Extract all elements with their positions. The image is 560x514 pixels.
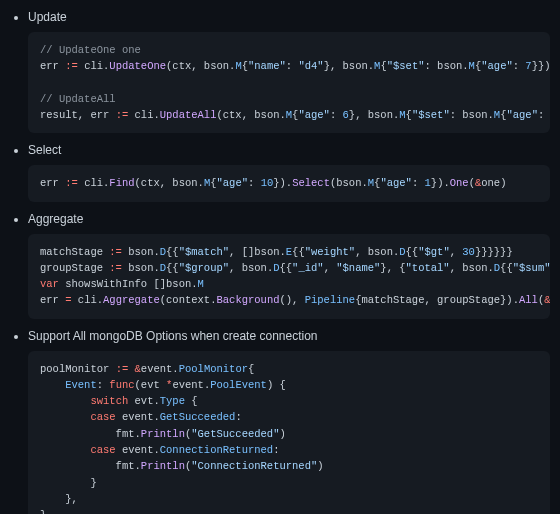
section-aggregate: Aggregate matchStage := bson.D{{"$match"…: [28, 212, 550, 319]
section-title-select: Select: [28, 143, 550, 157]
code-select: err := cli.Find(ctx, bson.M{"age": 10}).…: [28, 165, 550, 201]
section-list: Update // UpdateOne one err := cli.Updat…: [10, 10, 550, 514]
code-aggregate: matchStage := bson.D{{"$match", []bson.E…: [28, 234, 550, 319]
section-title-options: Support All mongoDB Options when create …: [28, 329, 550, 343]
code-options: poolMonitor := &event.PoolMonitor{ Event…: [28, 351, 550, 514]
section-title-aggregate: Aggregate: [28, 212, 550, 226]
section-title-update: Update: [28, 10, 550, 24]
section-options: Support All mongoDB Options when create …: [28, 329, 550, 514]
section-select: Select err := cli.Find(ctx, bson.M{"age"…: [28, 143, 550, 201]
code-update: // UpdateOne one err := cli.UpdateOne(ct…: [28, 32, 550, 133]
section-update: Update // UpdateOne one err := cli.Updat…: [28, 10, 550, 133]
